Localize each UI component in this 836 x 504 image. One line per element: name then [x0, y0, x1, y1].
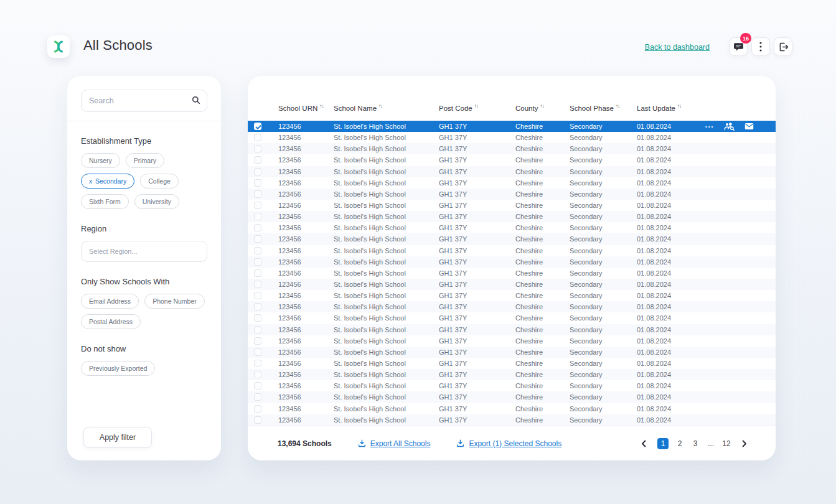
table-row[interactable]: 123456St. Isobel's High SchoolGH1 37YChe…: [248, 143, 776, 154]
row-checkbox[interactable]: [254, 224, 261, 231]
more-menu-button[interactable]: [751, 37, 770, 56]
table-row[interactable]: 123456St. Isobel's High SchoolGH1 37YChe…: [248, 200, 776, 211]
row-checkbox[interactable]: [254, 123, 261, 130]
apply-filter-button[interactable]: Apply filter: [83, 427, 152, 448]
row-checkbox[interactable]: [254, 258, 261, 266]
sort-icon[interactable]: ↑↓: [474, 103, 478, 109]
row-checkbox[interactable]: [254, 292, 261, 299]
row-checkbox[interactable]: [254, 416, 261, 424]
row-checkbox[interactable]: [254, 269, 261, 277]
row-checkbox[interactable]: [254, 190, 261, 198]
messages-button[interactable]: 16: [729, 37, 748, 56]
table-row[interactable]: 123456St. Isobel's High SchoolGH1 37YChe…: [248, 347, 776, 358]
row-checkbox[interactable]: [254, 213, 261, 220]
chip-remove-icon[interactable]: x: [89, 178, 92, 185]
row-checkbox[interactable]: [254, 348, 261, 356]
table-row[interactable]: 123456St. Isobel's High SchoolGH1 37YChe…: [248, 358, 776, 369]
back-to-dashboard-link[interactable]: Back to dashboard: [645, 43, 710, 52]
row-checkbox[interactable]: [254, 337, 261, 345]
table-row[interactable]: 123456St. Isobel's High SchoolGH1 37YChe…: [248, 391, 776, 403]
table-row[interactable]: 123456St. Isobel's High SchoolGH1 37YChe…: [248, 380, 776, 391]
table-row[interactable]: 123456St. Isobel's High SchoolGH1 37YChe…: [248, 324, 776, 335]
column-header-post-code[interactable]: Post Code↑↓: [439, 105, 515, 112]
only-show-chip-phone-number[interactable]: Phone Number: [144, 294, 205, 309]
row-checkbox[interactable]: [254, 281, 261, 288]
mail-icon[interactable]: [744, 123, 754, 130]
establishment-chip-primary[interactable]: Primary: [126, 153, 164, 168]
table-row[interactable]: 123456St. Isobel's High SchoolGH1 37YChe…: [248, 132, 776, 143]
table-row[interactable]: 123456St. Isobel's High SchoolGH1 37YChe…: [248, 121, 776, 132]
row-checkbox[interactable]: [254, 303, 261, 310]
table-row[interactable]: 123456St. Isobel's High SchoolGH1 37YChe…: [248, 256, 776, 268]
row-checkbox[interactable]: [254, 202, 261, 209]
table-row[interactable]: 123456St. Isobel's High SchoolGH1 37YChe…: [248, 189, 776, 200]
logout-icon: [778, 42, 789, 52]
sort-icon[interactable]: ↑↓: [677, 103, 681, 109]
establishment-chip-university[interactable]: University: [134, 194, 179, 209]
column-header-last-update[interactable]: Last Update↑↓: [637, 105, 702, 112]
app-logo[interactable]: [47, 35, 70, 58]
pagination-page-2[interactable]: 2: [675, 439, 684, 448]
row-checkbox[interactable]: [254, 326, 261, 334]
establishment-chip-nursery[interactable]: Nursery: [81, 153, 120, 168]
table-row[interactable]: 123456St. Isobel's High SchoolGH1 37YChe…: [248, 301, 776, 312]
row-checkbox[interactable]: [254, 371, 261, 378]
establishment-chip-college[interactable]: College: [140, 174, 179, 189]
row-checkbox[interactable]: [254, 393, 261, 401]
table-row[interactable]: 123456St. Isobel's High SchoolGH1 37YChe…: [248, 403, 776, 414]
cell-school-name: St. Isobel's High School: [334, 382, 439, 390]
establishment-chip-sixth-form[interactable]: Sixth Form: [81, 194, 129, 209]
table-row[interactable]: 123456St. Isobel's High SchoolGH1 37YChe…: [248, 233, 776, 245]
table-row[interactable]: 123456St. Isobel's High SchoolGH1 37YChe…: [248, 166, 776, 177]
table-row[interactable]: 123456St. Isobel's High SchoolGH1 37YChe…: [248, 177, 776, 189]
row-checkbox[interactable]: [254, 314, 261, 322]
row-checkbox[interactable]: [254, 360, 261, 367]
export-selected-schools-link[interactable]: Export (1) Selected Schools: [456, 439, 561, 448]
table-row[interactable]: 123456St. Isobel's High SchoolGH1 37YChe…: [248, 335, 776, 347]
sort-icon[interactable]: ↑↓: [319, 103, 323, 109]
region-select-input[interactable]: [81, 241, 207, 262]
row-checkbox[interactable]: [254, 134, 261, 141]
table-row[interactable]: 123456St. Isobel's High SchoolGH1 37YChe…: [248, 414, 776, 426]
row-checkbox[interactable]: [254, 156, 261, 164]
table-row[interactable]: 123456St. Isobel's High SchoolGH1 37YChe…: [248, 154, 776, 166]
column-header-school-urn[interactable]: School URN↑↓: [278, 105, 334, 112]
row-checkbox[interactable]: [254, 405, 261, 413]
table-row[interactable]: 123456St. Isobel's High SchoolGH1 37YChe…: [248, 290, 776, 301]
row-checkbox[interactable]: [254, 145, 261, 152]
do-not-show-chip-previously-exported[interactable]: Previously Exported: [81, 361, 155, 376]
logout-button[interactable]: [774, 37, 792, 56]
only-show-chip-email-address[interactable]: Email Address: [81, 294, 139, 309]
pagination-page-1[interactable]: 1: [657, 438, 669, 449]
column-header-county[interactable]: County↑↓: [515, 105, 570, 112]
row-checkbox[interactable]: [254, 235, 261, 243]
people-search-icon[interactable]: [724, 122, 735, 131]
search-icon[interactable]: [192, 96, 200, 105]
row-checkbox[interactable]: [254, 382, 261, 390]
table-row[interactable]: 123456St. Isobel's High SchoolGH1 37YChe…: [248, 312, 776, 324]
cell-county: Cheshire: [515, 168, 570, 175]
table-row[interactable]: 123456St. Isobel's High SchoolGH1 37YChe…: [248, 369, 776, 380]
pagination-next-button[interactable]: [741, 439, 748, 449]
sort-icon[interactable]: ↑↓: [616, 103, 619, 109]
row-checkbox[interactable]: [254, 179, 261, 187]
establishment-chip-secondary[interactable]: xSecondary: [81, 174, 134, 189]
row-checkbox[interactable]: [254, 168, 261, 175]
search-input[interactable]: [81, 90, 207, 112]
pagination-page-3[interactable]: 3: [691, 439, 700, 448]
table-row[interactable]: 123456St. Isobel's High SchoolGH1 37YChe…: [248, 279, 776, 290]
sort-icon[interactable]: ↑↓: [540, 103, 543, 109]
table-row[interactable]: 123456St. Isobel's High SchoolGH1 37YChe…: [248, 268, 776, 279]
table-row[interactable]: 123456St. Isobel's High SchoolGH1 37YChe…: [248, 245, 776, 256]
only-show-chip-postal-address[interactable]: Postal Address: [81, 314, 141, 329]
sort-icon[interactable]: ↑↓: [378, 103, 382, 109]
column-header-school-name[interactable]: School Name↑↓: [334, 105, 439, 112]
table-row[interactable]: 123456St. Isobel's High SchoolGH1 37YChe…: [248, 211, 776, 222]
pagination-page-12[interactable]: 12: [722, 439, 731, 448]
column-header-school-phase[interactable]: School Phase↑↓: [570, 105, 637, 112]
table-row[interactable]: 123456St. Isobel's High SchoolGH1 37YChe…: [248, 222, 776, 233]
pagination-prev-button[interactable]: [640, 439, 647, 449]
row-more-icon[interactable]: •••: [705, 124, 714, 129]
export-all-schools-link[interactable]: Export All Schools: [358, 439, 431, 448]
row-checkbox[interactable]: [254, 247, 261, 254]
